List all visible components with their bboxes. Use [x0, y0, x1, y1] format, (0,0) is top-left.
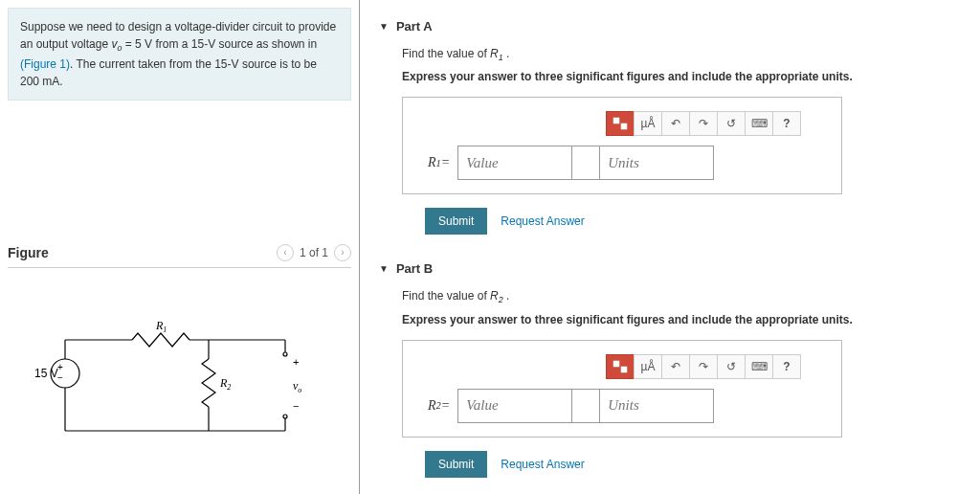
- svg-point-11: [283, 415, 287, 418]
- part-b-answer-box: µÅ ↶ ↷ ↺ ⌨ ? R2 =: [402, 340, 842, 438]
- part-a-request-answer-link[interactable]: Request Answer: [501, 214, 584, 228]
- svg-rect-21: [621, 124, 627, 129]
- part-b-value-input[interactable]: [457, 389, 572, 423]
- part-b-header[interactable]: ▼ Part B: [379, 261, 961, 276]
- part-b-units-input[interactable]: [599, 389, 714, 423]
- undo-icon[interactable]: ↶: [661, 354, 690, 379]
- part-a-units-input[interactable]: [599, 146, 714, 180]
- part-b-instructions: Express your answer to three significant…: [402, 313, 961, 326]
- caret-down-icon: ▼: [379, 21, 389, 32]
- help-icon[interactable]: ?: [772, 354, 801, 379]
- svg-point-9: [283, 352, 287, 356]
- svg-text:R2: R2: [219, 376, 231, 392]
- template-icon[interactable]: [606, 354, 635, 379]
- units-mu-button[interactable]: µÅ: [634, 354, 662, 379]
- caret-down-icon: ▼: [379, 263, 389, 274]
- svg-rect-22: [613, 361, 619, 367]
- svg-text:−: −: [293, 400, 299, 412]
- undo-icon[interactable]: ↶: [661, 111, 690, 136]
- keyboard-icon[interactable]: ⌨: [745, 354, 773, 379]
- svg-text:R1: R1: [155, 319, 167, 334]
- svg-text:15 V: 15 V: [34, 367, 58, 380]
- part-b-prompt: Find the value of R2 .: [402, 289, 961, 304]
- figure-next-button[interactable]: ›: [334, 244, 351, 261]
- help-icon[interactable]: ?: [772, 111, 801, 136]
- figure-prev-button[interactable]: ‹: [277, 244, 294, 261]
- template-icon[interactable]: [606, 111, 635, 136]
- svg-rect-23: [621, 367, 627, 372]
- part-b-var-label: R2 =: [414, 389, 457, 423]
- redo-icon[interactable]: ↷: [689, 354, 718, 379]
- svg-text:+: +: [57, 362, 63, 372]
- part-a-submit-button[interactable]: Submit: [425, 208, 487, 235]
- svg-text:vo: vo: [293, 379, 301, 394]
- keyboard-icon[interactable]: ⌨: [745, 111, 773, 136]
- part-a-value-input[interactable]: [457, 146, 572, 180]
- part-a-instructions: Express your answer to three significant…: [402, 70, 961, 83]
- part-a-answer-box: µÅ ↶ ↷ ↺ ⌨ ? R1 =: [402, 97, 842, 194]
- part-a-title: Part A: [396, 19, 433, 34]
- redo-icon[interactable]: ↷: [689, 111, 718, 136]
- figure-title: Figure: [8, 245, 49, 260]
- reset-icon[interactable]: ↺: [717, 111, 746, 136]
- part-a-var-label: R1 =: [414, 146, 457, 180]
- svg-rect-20: [613, 118, 619, 124]
- svg-text:−: −: [57, 372, 63, 383]
- svg-text:+: +: [293, 356, 299, 368]
- reset-icon[interactable]: ↺: [717, 354, 746, 379]
- circuit-diagram: + − 15 V R1 R2 + − vo: [8, 306, 351, 472]
- figure-counter: 1 of 1: [300, 246, 328, 259]
- units-mu-button[interactable]: µÅ: [634, 111, 662, 136]
- part-a: ▼ Part A Find the value of R1 . Express …: [379, 19, 961, 235]
- part-a-prompt: Find the value of R1 .: [402, 47, 961, 62]
- part-b-submit-button[interactable]: Submit: [425, 451, 487, 478]
- part-b-title: Part B: [396, 261, 433, 276]
- part-a-header[interactable]: ▼ Part A: [379, 19, 961, 34]
- part-b-request-answer-link[interactable]: Request Answer: [501, 458, 584, 471]
- figure-link[interactable]: (Figure 1): [20, 57, 70, 71]
- problem-statement: Suppose we need to design a voltage-divi…: [8, 8, 351, 101]
- part-b: ▼ Part B Find the value of R2 . Express …: [379, 261, 961, 477]
